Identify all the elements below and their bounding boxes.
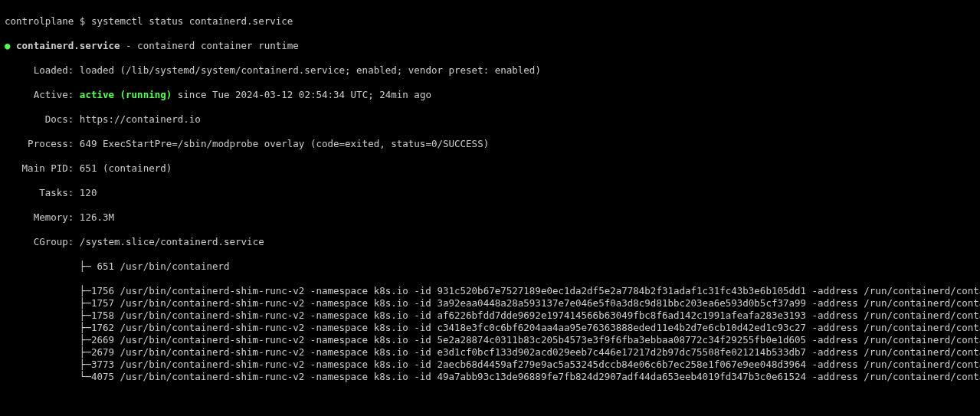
loaded-value: loaded (/lib/systemd/system/containerd.s… — [80, 64, 541, 76]
loaded-label: Loaded: — [34, 64, 74, 76]
tasks-label: Tasks: — [39, 187, 74, 198]
cgroup-tree-item: ├─1756 /usr/bin/containerd-shim-runc-v2 … — [5, 285, 975, 297]
active-status: active (running) — [80, 89, 172, 100]
process-label: Process: — [28, 138, 74, 149]
cgroup-tree-item: ├─1758 /usr/bin/containerd-shim-runc-v2 … — [5, 310, 975, 322]
process-line: Process: 649 ExecStartPre=/sbin/modprobe… — [5, 138, 975, 150]
prompt-sep: $ — [80, 15, 86, 27]
active-line: Active: active (running) since Tue 2024-… — [5, 89, 975, 101]
cgroup-tree-item: ├─1762 /usr/bin/containerd-shim-runc-v2 … — [5, 322, 975, 334]
cgroup-tree-item: ├─1757 /usr/bin/containerd-shim-runc-v2 … — [5, 297, 975, 310]
prompt-host: controlplane — [5, 15, 74, 27]
tasks-line: Tasks: 120 — [5, 187, 975, 199]
service-header-line: ● containerd.service - containerd contai… — [5, 40, 975, 52]
process-value: 649 ExecStartPre=/sbin/modprobe overlay … — [80, 138, 489, 149]
cgroup-tree-item: ├─3773 /usr/bin/containerd-shim-runc-v2 … — [5, 359, 975, 371]
docs-label: Docs: — [45, 113, 74, 125]
memory-value: 126.3M — [80, 211, 114, 223]
mainpid-label: Main PID: — [22, 162, 74, 174]
cgroup-tree-main: ├─ 651 /usr/bin/containerd — [5, 260, 975, 273]
memory-label: Memory: — [34, 211, 74, 223]
status-bullet-icon: ● — [5, 40, 11, 51]
mainpid-line: Main PID: 651 (containerd) — [5, 162, 975, 175]
service-name: containerd.service — [16, 40, 120, 51]
docs-line: Docs: https://containerd.io — [5, 113, 975, 126]
cgroup-tree-item: ├─2669 /usr/bin/containerd-shim-runc-v2 … — [5, 334, 975, 346]
cgroup-value: /system.slice/containerd.service — [80, 236, 264, 247]
tree-main-proc: ├─ 651 /usr/bin/containerd — [80, 260, 230, 272]
terminal-output[interactable]: controlplane $ systemctl status containe… — [0, 0, 980, 416]
active-since: since Tue 2024-03-12 02:54:34 UTC; 24min… — [178, 89, 431, 100]
blank-line — [5, 395, 975, 408]
cgroup-tree-item: ├─2679 /usr/bin/containerd-shim-runc-v2 … — [5, 346, 975, 359]
cgroup-label: CGroup: — [34, 236, 74, 247]
cgroup-tree-item: └─4075 /usr/bin/containerd-shim-runc-v2 … — [5, 371, 975, 383]
desc-sep: - — [120, 40, 138, 51]
command-text: systemctl status containerd.service — [91, 15, 293, 27]
memory-line: Memory: 126.3M — [5, 211, 975, 224]
cgroup-line: CGroup: /system.slice/containerd.service — [5, 236, 975, 248]
active-label: Active: — [34, 89, 74, 100]
tasks-value: 120 — [80, 187, 97, 198]
loaded-line: Loaded: loaded (/lib/systemd/system/cont… — [5, 64, 975, 77]
mainpid-value: 651 (containerd) — [80, 162, 172, 174]
docs-value: https://containerd.io — [80, 113, 201, 125]
service-desc: containerd container runtime — [137, 40, 299, 51]
prompt-line: controlplane $ systemctl status containe… — [5, 15, 975, 28]
